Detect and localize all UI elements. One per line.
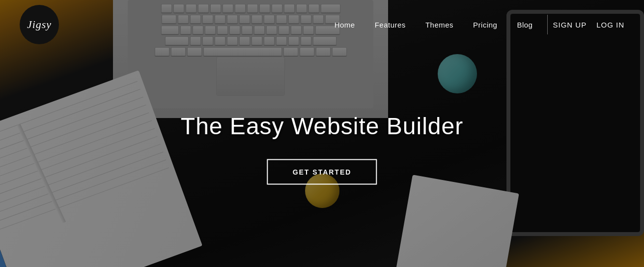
hero-content: The Easy Website Builder GET STARTED	[181, 112, 463, 184]
hero-section: Jigsy Home Features Themes Pricing Blog …	[0, 0, 644, 267]
hero-title: The Easy Website Builder	[181, 112, 463, 139]
cta-button[interactable]: GET STARTED	[267, 159, 377, 184]
login-link[interactable]: LOG IN	[596, 21, 624, 29]
nav-link-themes[interactable]: Themes	[416, 21, 463, 29]
navigation: Jigsy Home Features Themes Pricing Blog …	[0, 0, 644, 49]
nav-auth: SIGN UP LOG IN	[553, 21, 624, 29]
logo[interactable]: Jigsy	[20, 5, 59, 44]
nav-link-home[interactable]: Home	[325, 21, 365, 29]
nav-divider	[547, 15, 548, 34]
nav-link-blog[interactable]: Blog	[507, 21, 542, 29]
nav-link-pricing[interactable]: Pricing	[463, 21, 507, 29]
signup-link[interactable]: SIGN UP	[553, 21, 587, 29]
nav-link-features[interactable]: Features	[365, 21, 416, 29]
logo-text: Jigsy	[27, 18, 52, 31]
nav-links: Home Features Themes Pricing Blog SIGN U…	[325, 15, 624, 34]
